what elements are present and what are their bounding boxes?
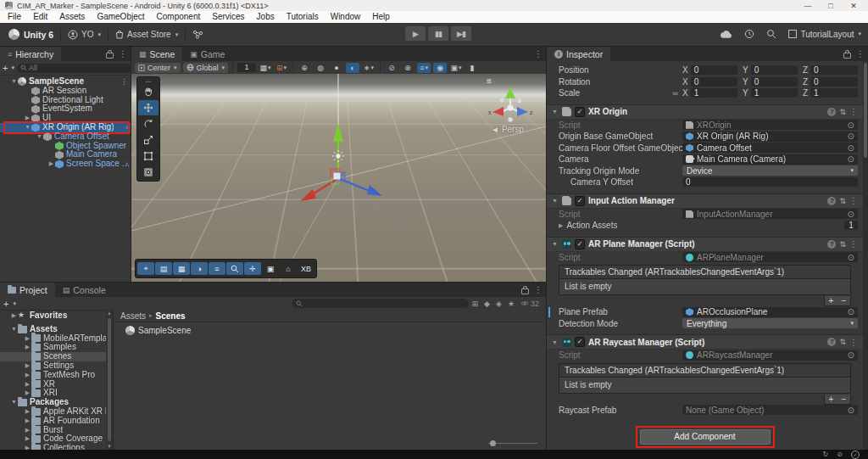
hierarchy-search-input[interactable] — [29, 64, 128, 72]
slider-knob[interactable] — [490, 440, 496, 446]
project-tree-item[interactable]: ▼ Packages — [0, 398, 113, 407]
effects-dropdown-icon[interactable]: ∗▾ — [362, 63, 376, 73]
hierarchy-item[interactable]: AR Session — [0, 87, 131, 96]
hierarchy-item[interactable]: ▼ SampleScene ⋮ — [0, 77, 131, 87]
cloud-icon[interactable] — [720, 30, 732, 39]
breadcrumb-current[interactable]: Scenes — [156, 311, 186, 321]
presets-icon[interactable]: ⇅ — [839, 108, 846, 116]
component-enabled-checkbox[interactable]: ✓ — [575, 196, 585, 206]
minimize-button[interactable]: — — [798, 2, 817, 10]
project-search[interactable] — [292, 299, 469, 308]
notifications-muted-icon[interactable]: ⊘ — [837, 451, 843, 458]
scene-viewport[interactable]: ≡ x z ◄ Persp — [131, 74, 546, 282]
foldout-icon[interactable]: ▼ — [24, 123, 31, 132]
grid-visibility-icon[interactable]: ⊘ — [385, 63, 398, 73]
skybox-toggle-icon[interactable]: ◐ — [346, 63, 359, 73]
project-search-input[interactable] — [303, 299, 465, 309]
pan-icon[interactable]: ✛ — [244, 262, 261, 275]
menu-item[interactable]: Help — [366, 11, 396, 23]
nav-arrow-icon[interactable]: ⋮ — [120, 77, 128, 87]
tracking-origin-mode-dropdown[interactable]: Device▾ — [682, 165, 858, 176]
asset-item-samplescene[interactable]: SampleScene — [125, 326, 546, 335]
foldout-icon[interactable]: ▶ — [24, 389, 31, 398]
project-tree-item[interactable]: ▶ Apple ARKit XR Plugin — [0, 407, 113, 417]
play-button[interactable]: ▶ — [405, 26, 426, 41]
lighting-toggle-icon[interactable]: ◍ — [314, 63, 327, 73]
object-picker-icon[interactable]: ⊙ — [848, 350, 854, 360]
rotation-x-field[interactable]: 0 — [691, 77, 737, 87]
hierarchy-item[interactable]: Directional Light — [0, 96, 131, 105]
menu-item[interactable]: Services — [206, 11, 250, 23]
asset-zoom-slider[interactable] — [488, 439, 537, 447]
kebab-menu-icon[interactable]: ⋮ — [856, 49, 865, 59]
lock-icon[interactable] — [106, 53, 114, 59]
action-assets-count-field[interactable]: 1 — [844, 221, 858, 230]
lock-icon[interactable] — [843, 53, 851, 59]
camera-y-offset-field[interactable]: 0 — [682, 177, 858, 187]
foldout-icon[interactable]: ▶ — [10, 311, 18, 321]
xr-origin-component-header[interactable]: ▼ ✓ XR Origin ? ⇅ ⋮ — [547, 104, 863, 120]
plane-prefab-field[interactable]: AROcclusionPlane⊙ — [682, 307, 858, 317]
status-check-icon[interactable]: ✓ — [851, 451, 860, 459]
foldout-icon[interactable]: ▼ — [552, 339, 559, 345]
menu-item[interactable]: Assets — [53, 11, 91, 23]
tab-hierarchy[interactable]: ≡ Hierarchy — [0, 47, 61, 61]
remove-event-button[interactable]: − — [837, 296, 850, 305]
foldout-icon[interactable]: ▼ — [10, 325, 18, 334]
foldout-icon[interactable]: ▶ — [24, 361, 31, 371]
zoom-icon[interactable] — [226, 262, 243, 275]
grid-size-field[interactable]: 1 — [237, 63, 256, 72]
rect-tool-button[interactable] — [138, 148, 159, 164]
create-button[interactable]: + — [3, 299, 8, 308]
help-icon[interactable]: ? — [827, 338, 836, 346]
home-icon[interactable]: ⌂ — [280, 262, 297, 275]
presets-icon[interactable]: ⇅ — [839, 197, 846, 205]
position-y-field[interactable]: 0 — [751, 65, 798, 75]
move-tool-button[interactable] — [138, 100, 159, 115]
environment-icon[interactable]: ▤ — [155, 262, 172, 275]
foldout-icon[interactable]: ▼ — [552, 241, 559, 247]
kebab-menu-icon[interactable]: ⋮ — [849, 338, 858, 347]
layers-dropdown-icon[interactable]: ≡▾ — [417, 63, 431, 73]
history-icon[interactable] — [744, 29, 754, 39]
project-content-area[interactable]: Assets ▸ Scenes SampleScene — [114, 310, 546, 450]
project-tree-item[interactable]: ▶ XRI — [0, 389, 113, 398]
remove-event-button[interactable]: − — [837, 395, 850, 404]
menu-item[interactable]: Tutorials — [281, 11, 325, 23]
kebab-menu-icon[interactable]: ⋮ — [849, 239, 858, 249]
perspective-label[interactable]: ◄ Persp — [491, 125, 524, 134]
maximize-button[interactable]: □ — [821, 2, 840, 10]
detection-mode-dropdown[interactable]: Everything▾ — [682, 318, 858, 328]
menu-item[interactable]: Jobs — [251, 11, 281, 23]
raycast-prefab-field[interactable]: None (Game Object)⊙ — [682, 405, 858, 415]
drag-handle-icon[interactable]: ••• — [138, 80, 159, 83]
kebab-menu-icon[interactable]: ⋮ — [849, 196, 858, 205]
foldout-icon[interactable]: ▶ — [24, 407, 31, 417]
ar-raycast-manager-header[interactable]: ▼ ✓ AR Raycast Manager (Script) ? ⇅ ⋮ — [547, 334, 863, 350]
input-action-manager-header[interactable]: ▼ ✓ Input Action Manager ? ⇅ ⋮ — [547, 193, 863, 209]
origin-base-field[interactable]: XR Origin (AR Rig)⊙ — [682, 132, 858, 142]
background-task-icon[interactable]: ↻ — [823, 451, 829, 458]
tab-game[interactable]: ▣ Game — [182, 47, 232, 61]
foldout-icon[interactable]: ▶ — [24, 444, 31, 450]
ar-plane-manager-header[interactable]: ▼ ✓ AR Plane Manager (Script) ? ⇅ ⋮ — [547, 237, 863, 252]
move-mode-icon[interactable]: ⌖ — [137, 262, 154, 275]
rotate-tool-button[interactable] — [138, 116, 159, 132]
tool-handle-rotation-dropdown[interactable]: Global ▾ — [183, 63, 229, 73]
hierarchy-item[interactable]: EventSystem — [0, 104, 131, 114]
hierarchy-item[interactable]: ▼ XR Origin (AR Rig) › — [0, 123, 131, 132]
project-tree-item[interactable]: ▶ Code Coverage — [0, 434, 113, 444]
kebab-menu-icon[interactable]: ⋮ — [534, 49, 542, 59]
help-icon[interactable]: ? — [827, 240, 836, 249]
menu-item[interactable]: Component — [151, 11, 207, 23]
project-tree-item[interactable]: ▶ AR Foundation — [0, 417, 113, 426]
project-tree-item[interactable]: ▶ MobileARTemplateAssets — [0, 334, 113, 344]
script-field[interactable]: XROrigin⊙ — [682, 120, 858, 130]
scale-x-field[interactable]: 1 — [691, 88, 737, 98]
nav-arrow-icon[interactable]: › — [125, 123, 128, 132]
script-field[interactable]: InputActionManager⊙ — [682, 209, 858, 219]
project-tree-item[interactable]: ▶ Favorites — [0, 311, 113, 321]
isolation-icon[interactable]: ⊗ — [401, 63, 415, 73]
component-enabled-checkbox[interactable]: ✓ — [575, 337, 585, 347]
gizmos-toggle-icon[interactable]: ▮ — [465, 63, 479, 73]
